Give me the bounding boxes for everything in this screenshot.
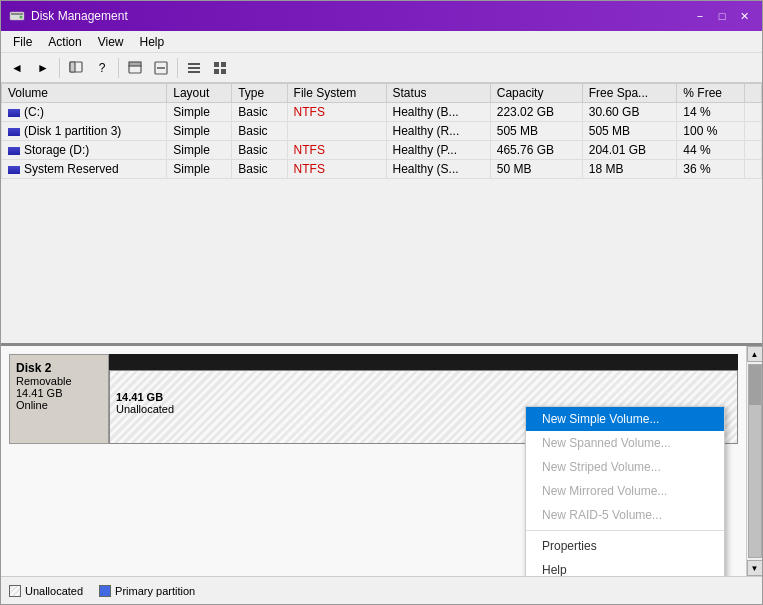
app-icon — [9, 8, 25, 24]
cell-status: Healthy (S... — [386, 160, 490, 179]
ctx-new-mirrored-volume[interactable]: New Mirrored Volume... — [526, 479, 724, 503]
volume-table: Volume Layout Type File System Status Ca… — [1, 83, 762, 179]
expand-button[interactable] — [123, 57, 147, 79]
ctx-separator — [526, 530, 724, 531]
cell-extra — [744, 103, 761, 122]
scrollbar-right[interactable]: ▲ ▼ — [746, 346, 762, 576]
cell-volume: Storage (D:) — [2, 141, 167, 160]
drive-icon — [8, 166, 20, 174]
ctx-new-raid5-volume[interactable]: New RAID-5 Volume... — [526, 503, 724, 527]
question-button[interactable]: ? — [90, 57, 114, 79]
drive-icon — [8, 147, 20, 155]
disk-row: Disk 2 Removable 14.41 GB Online 14.41 G… — [9, 354, 738, 444]
legend-primary-box — [99, 585, 111, 597]
cell-extra — [744, 141, 761, 160]
cell-pct: 14 % — [677, 103, 745, 122]
volume-table-panel: Volume Layout Type File System Status Ca… — [1, 83, 762, 346]
cell-pct: 100 % — [677, 122, 745, 141]
legend-primary-label: Primary partition — [115, 585, 195, 597]
menu-action[interactable]: Action — [40, 33, 89, 50]
col-header-free: Free Spa... — [582, 84, 677, 103]
forward-button[interactable]: ► — [31, 57, 55, 79]
cell-capacity: 465.76 GB — [490, 141, 582, 160]
table-row[interactable]: System Reserved Simple Basic NTFS Health… — [2, 160, 762, 179]
show-hide-button[interactable] — [64, 57, 88, 79]
cell-fs: NTFS — [287, 103, 386, 122]
window-title: Disk Management — [31, 9, 128, 23]
detail-view-button[interactable] — [208, 57, 232, 79]
disk-type: Removable — [16, 375, 102, 387]
table-row[interactable]: (Disk 1 partition 3) Simple Basic Health… — [2, 122, 762, 141]
cell-volume: (Disk 1 partition 3) — [2, 122, 167, 141]
svg-rect-4 — [70, 62, 75, 72]
table-row[interactable]: (C:) Simple Basic NTFS Healthy (B... 223… — [2, 103, 762, 122]
cell-fs: NTFS — [287, 160, 386, 179]
scroll-thumb-inner — [749, 365, 761, 405]
cell-status: Healthy (B... — [386, 103, 490, 122]
cell-layout: Simple — [167, 122, 232, 141]
legend-primary: Primary partition — [99, 585, 195, 597]
back-button[interactable]: ◄ — [5, 57, 29, 79]
title-bar-left: Disk Management — [9, 8, 128, 24]
title-controls: − □ ✕ — [690, 7, 754, 25]
title-bar: Disk Management − □ ✕ — [1, 1, 762, 31]
svg-rect-12 — [214, 62, 219, 67]
cell-status: Healthy (P... — [386, 141, 490, 160]
scroll-down-button[interactable]: ▼ — [747, 560, 763, 576]
cell-type: Basic — [232, 160, 287, 179]
ctx-help[interactable]: Help — [526, 558, 724, 576]
cell-free: 505 MB — [582, 122, 677, 141]
ctx-properties[interactable]: Properties — [526, 534, 724, 558]
cell-free: 204.01 GB — [582, 141, 677, 160]
svg-rect-6 — [129, 62, 141, 66]
legend-unallocated-label: Unallocated — [25, 585, 83, 597]
ctx-new-spanned-volume[interactable]: New Spanned Volume... — [526, 431, 724, 455]
cell-free: 30.60 GB — [582, 103, 677, 122]
disk-name: Disk 2 — [16, 361, 102, 375]
toolbar-separator-2 — [118, 58, 119, 78]
cell-pct: 44 % — [677, 141, 745, 160]
disk-view-panel: Disk 2 Removable 14.41 GB Online 14.41 G… — [1, 346, 762, 576]
menu-help[interactable]: Help — [132, 33, 173, 50]
minimize-button[interactable]: − — [690, 7, 710, 25]
disk-segment-header — [109, 354, 738, 370]
disk-size: 14.41 GB — [16, 387, 102, 399]
svg-rect-14 — [214, 69, 219, 74]
context-menu: New Simple Volume... New Spanned Volume.… — [525, 406, 725, 576]
cell-volume: System Reserved — [2, 160, 167, 179]
legend-unallocated-box — [9, 585, 21, 597]
cell-extra — [744, 160, 761, 179]
list-view-button[interactable] — [182, 57, 206, 79]
ctx-new-striped-volume[interactable]: New Striped Volume... — [526, 455, 724, 479]
disk-management-window: Disk Management − □ ✕ File Action View H… — [0, 0, 763, 605]
unallocated-segment[interactable]: 14.41 GB Unallocated New Simple Volume..… — [109, 370, 738, 444]
cell-fs: NTFS — [287, 141, 386, 160]
menu-bar: File Action View Help — [1, 31, 762, 53]
maximize-button[interactable]: □ — [712, 7, 732, 25]
svg-rect-1 — [11, 13, 23, 15]
disk-status: Online — [16, 399, 102, 411]
collapse-button[interactable] — [149, 57, 173, 79]
disk-segments: 14.41 GB Unallocated New Simple Volume..… — [109, 354, 738, 444]
cell-fs — [287, 122, 386, 141]
cell-capacity: 223.02 GB — [490, 103, 582, 122]
svg-point-2 — [20, 16, 23, 19]
cell-free: 18 MB — [582, 160, 677, 179]
ctx-new-simple-volume[interactable]: New Simple Volume... — [526, 407, 724, 431]
close-button[interactable]: ✕ — [734, 7, 754, 25]
svg-rect-10 — [188, 67, 200, 69]
table-row[interactable]: Storage (D:) Simple Basic NTFS Healthy (… — [2, 141, 762, 160]
svg-rect-13 — [221, 62, 226, 67]
col-header-capacity: Capacity — [490, 84, 582, 103]
cell-type: Basic — [232, 122, 287, 141]
col-header-status: Status — [386, 84, 490, 103]
menu-view[interactable]: View — [90, 33, 132, 50]
col-header-layout: Layout — [167, 84, 232, 103]
status-bar: Unallocated Primary partition — [1, 576, 762, 604]
cell-status: Healthy (R... — [386, 122, 490, 141]
scroll-up-button[interactable]: ▲ — [747, 346, 763, 362]
scroll-thumb[interactable] — [748, 364, 762, 558]
menu-file[interactable]: File — [5, 33, 40, 50]
cell-layout: Simple — [167, 141, 232, 160]
disk-view: Disk 2 Removable 14.41 GB Online 14.41 G… — [1, 346, 762, 456]
